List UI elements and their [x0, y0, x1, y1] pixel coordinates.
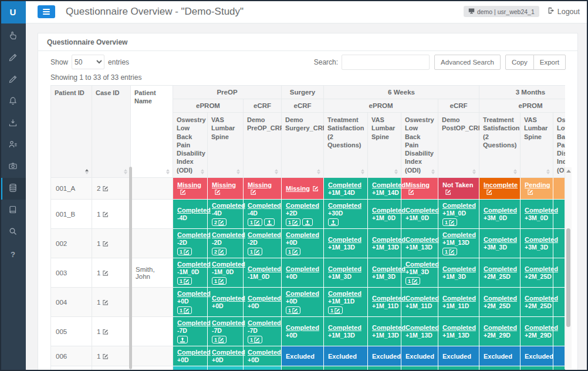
- status-link[interactable]: Completed: [286, 324, 319, 331]
- status-link[interactable]: Completed: [484, 265, 517, 272]
- column-sort-icon[interactable]: [275, 169, 278, 174]
- app-logo[interactable]: U: [0, 0, 26, 23]
- copy-button[interactable]: Copy: [505, 55, 534, 70]
- edit-icon[interactable]: [486, 189, 492, 195]
- status-link[interactable]: Completed: [372, 207, 405, 214]
- status-link[interactable]: Completed: [484, 236, 517, 243]
- status-link[interactable]: Missing: [405, 181, 430, 188]
- entry-count-badge[interactable]: 1: [177, 248, 192, 255]
- case-edit-icon[interactable]: [103, 211, 109, 217]
- status-link[interactable]: Completed: [248, 369, 281, 371]
- entry-count-badge[interactable]: 1: [405, 277, 420, 285]
- status-link[interactable]: Completed: [328, 236, 361, 243]
- status-link[interactable]: Completed: [372, 265, 405, 272]
- column-sort-icon[interactable]: [201, 169, 204, 174]
- status-link[interactable]: Completed: [286, 290, 319, 297]
- status-link[interactable]: Completed: [248, 319, 281, 326]
- entry-count-badge[interactable]: 1: [248, 218, 262, 226]
- page-size-select[interactable]: 50: [72, 55, 104, 69]
- column-sort-icon[interactable]: [236, 169, 240, 174]
- status-link[interactable]: Completed: [212, 202, 245, 209]
- status-link[interactable]: Completed: [248, 202, 281, 209]
- status-link[interactable]: Missing: [212, 181, 236, 188]
- entry-count-badge[interactable]: 1: [442, 218, 457, 226]
- status-link[interactable]: Completed: [177, 369, 211, 371]
- status-link[interactable]: Completed: [442, 295, 476, 302]
- status-link[interactable]: Completed: [484, 207, 517, 214]
- status-link[interactable]: Completed: [248, 349, 281, 356]
- sidebar-item-pencil[interactable]: [0, 48, 26, 69]
- questionnaire-column-header[interactable]: Oswestry Low Back Pain Disability Index …: [173, 113, 208, 178]
- questionnaire-column-header[interactable]: Treatment Satisfaction (2 Questions): [324, 113, 368, 178]
- entry-count-badge[interactable]: 1: [442, 248, 457, 255]
- status-link[interactable]: Completed: [372, 295, 405, 302]
- status-link[interactable]: Completed: [525, 295, 558, 302]
- advanced-search-button[interactable]: Advanced Search: [434, 55, 501, 70]
- status-link[interactable]: Completed: [328, 324, 361, 331]
- status-link[interactable]: Completed: [286, 231, 319, 238]
- sidebar-item-database[interactable]: [0, 178, 26, 200]
- questionnaire-column-header[interactable]: Oswestry Low Back Pain Disability Index …: [553, 113, 565, 178]
- edit-icon[interactable]: [180, 189, 186, 195]
- entry-count-badge[interactable]: 2: [212, 248, 227, 255]
- edit-icon[interactable]: [313, 186, 319, 191]
- status-link[interactable]: Completed: [177, 231, 211, 238]
- status-link[interactable]: Completed: [442, 324, 476, 331]
- sidebar-item-user-data[interactable]: [0, 134, 26, 156]
- column-sort-icon[interactable]: [361, 169, 364, 174]
- entry-count-badge[interactable]: 1: [328, 306, 343, 314]
- column-sort-icon[interactable]: [546, 169, 550, 174]
- status-link[interactable]: Completed: [372, 236, 405, 243]
- column-header-case-id[interactable]: Case ID: [92, 86, 131, 178]
- column-sort-icon[interactable]: [85, 169, 89, 174]
- status-link[interactable]: Completed: [405, 261, 439, 268]
- status-link[interactable]: Completed: [525, 265, 558, 272]
- status-link[interactable]: Completed: [177, 290, 211, 297]
- status-link[interactable]: Completed: [405, 207, 439, 214]
- case-edit-icon[interactable]: [103, 299, 109, 305]
- status-link[interactable]: Completed: [248, 231, 281, 238]
- entry-count-badge[interactable]: 1: [212, 277, 227, 285]
- column-sort-icon[interactable]: [166, 169, 170, 174]
- status-link[interactable]: Completed: [328, 202, 361, 209]
- sidebar-item-search[interactable]: [0, 221, 26, 243]
- column-sort-icon[interactable]: [513, 169, 517, 174]
- status-link[interactable]: Completed: [177, 207, 211, 214]
- edit-icon[interactable]: [445, 189, 451, 195]
- sidebar-item-help[interactable]: ?: [0, 243, 26, 265]
- sidebar-item-hand-pointer[interactable]: [0, 26, 26, 48]
- status-link[interactable]: Completed: [484, 324, 517, 331]
- edit-icon[interactable]: [215, 189, 221, 195]
- logout-button[interactable]: Logout: [548, 7, 580, 16]
- status-link[interactable]: Completed: [405, 236, 439, 243]
- column-sort-icon[interactable]: [317, 169, 320, 174]
- status-link[interactable]: Completed: [212, 319, 245, 326]
- sidebar-item-bell[interactable]: [0, 91, 26, 113]
- edit-icon[interactable]: [528, 189, 533, 195]
- scroll-up-arrow-icon[interactable]: [566, 170, 571, 173]
- status-link[interactable]: Completed: [525, 324, 558, 331]
- status-link[interactable]: Missing: [286, 185, 310, 192]
- case-edit-icon[interactable]: [103, 270, 109, 276]
- status-link[interactable]: Completed: [328, 290, 361, 297]
- sidebar-item-download[interactable]: [0, 113, 26, 134]
- case-edit-icon[interactable]: [103, 241, 109, 247]
- status-link[interactable]: Missing: [248, 181, 272, 188]
- edit-icon[interactable]: [251, 189, 256, 195]
- questionnaire-column-header[interactable]: Demo PostOP_CRF: [438, 113, 479, 178]
- status-link[interactable]: Completed: [212, 295, 245, 302]
- status-link[interactable]: Completed: [248, 265, 281, 272]
- status-link[interactable]: Completed: [212, 369, 245, 371]
- status-link[interactable]: Completed: [525, 207, 558, 214]
- upload-badge[interactable]: [177, 336, 188, 343]
- status-link[interactable]: Completed: [248, 295, 281, 302]
- status-link[interactable]: Incomplete: [484, 181, 518, 188]
- case-edit-icon[interactable]: [103, 353, 109, 359]
- sidebar-item-camera[interactable]: [0, 156, 26, 178]
- status-link[interactable]: Completed: [442, 202, 476, 209]
- questionnaire-column-header[interactable]: VAS Lumbar Spine: [208, 113, 244, 178]
- status-link[interactable]: Completed: [212, 231, 245, 238]
- column-sort-icon[interactable]: [124, 169, 127, 174]
- column-header-patient-id[interactable]: Patient ID: [51, 86, 92, 178]
- status-link[interactable]: Completed: [405, 324, 439, 331]
